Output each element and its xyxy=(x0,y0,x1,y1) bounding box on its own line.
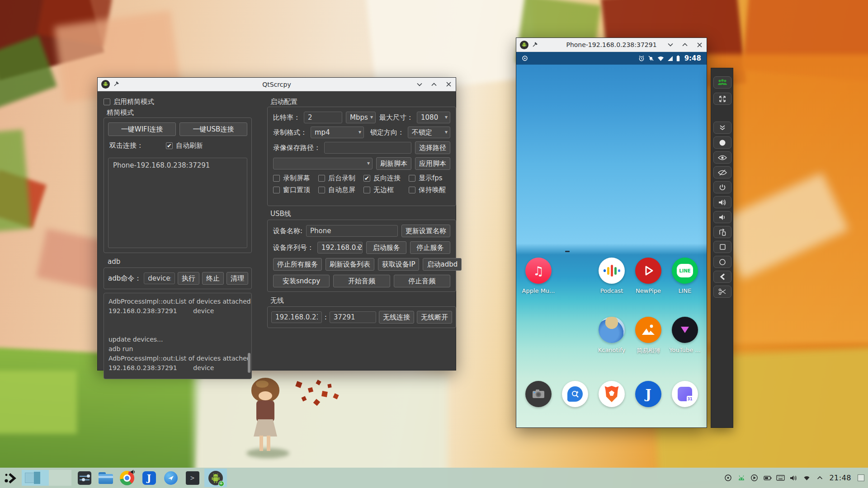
screen-off-button[interactable] xyxy=(713,166,731,178)
keyboard-tray-icon[interactable] xyxy=(774,468,787,488)
bitrate-unit-combo[interactable]: Mbps xyxy=(346,112,376,123)
google-podcasts-icon[interactable] xyxy=(599,258,625,284)
android-tray-icon[interactable] xyxy=(735,468,748,488)
refresh-script-button[interactable]: 刷新脚本 xyxy=(376,157,411,170)
volume-tray-icon[interactable] xyxy=(787,468,800,488)
record-path-input[interactable] xyxy=(324,142,411,154)
screen-on-button[interactable] xyxy=(713,151,731,164)
media-tray-icon[interactable] xyxy=(748,468,761,488)
newpipe-icon[interactable] xyxy=(635,258,661,284)
brave-icon[interactable] xyxy=(599,381,625,407)
wireless-connect-button[interactable]: 无线连接 xyxy=(379,311,414,324)
lock-orientation-combo[interactable]: 不锁定 xyxy=(408,127,450,138)
back-button[interactable] xyxy=(713,271,731,283)
screen-clip-button[interactable] xyxy=(713,286,731,298)
adb-terminate-button[interactable]: 终止 xyxy=(202,272,224,285)
device-list-item[interactable]: Phone-192.168.0.238:37291 xyxy=(108,158,247,173)
blue-app-task-icon[interactable] xyxy=(163,470,178,485)
file-manager-task-icon[interactable] xyxy=(98,470,113,485)
start-menu-button[interactable] xyxy=(3,470,18,485)
auto-screen-off-checkbox[interactable] xyxy=(318,187,325,193)
search-browser-icon[interactable] xyxy=(562,381,588,407)
minimize-button[interactable] xyxy=(667,41,674,48)
apple-music-icon[interactable]: ♫ xyxy=(525,258,552,284)
frameless-option[interactable]: 无边框 xyxy=(363,186,405,194)
virtual-desktop-pager[interactable] xyxy=(22,470,71,486)
close-button[interactable] xyxy=(696,41,703,48)
network-tray-icon[interactable] xyxy=(800,468,813,488)
serial-combo[interactable]: 192.168.0.2: xyxy=(317,242,363,253)
one-key-usb-connect-button[interactable]: 一键USB连接 xyxy=(179,122,247,136)
joplin-icon[interactable]: J xyxy=(635,381,661,407)
gallery-icon[interactable] xyxy=(635,317,661,343)
tray-expand-icon[interactable] xyxy=(813,468,826,488)
minimize-button[interactable] xyxy=(416,81,423,88)
show-fps-checkbox[interactable] xyxy=(409,175,415,182)
line-icon[interactable]: LINE xyxy=(672,258,698,284)
volume-up-button[interactable] xyxy=(713,196,731,208)
max-size-combo[interactable]: 1080 xyxy=(417,112,450,123)
show-desktop-button[interactable] xyxy=(858,474,864,481)
window-on-top-checkbox[interactable] xyxy=(273,187,280,193)
device-name-input[interactable] xyxy=(306,225,398,237)
keep-awake-checkbox[interactable] xyxy=(409,187,415,193)
install-sndcpy-button[interactable]: 安装sndcpy xyxy=(273,275,330,287)
record-screen-option[interactable]: 录制屏幕 xyxy=(273,174,315,183)
close-button[interactable] xyxy=(445,81,452,88)
fullscreen-button[interactable] xyxy=(713,93,731,105)
enable-simple-mode-checkbox[interactable] xyxy=(104,99,110,105)
settings-task-icon[interactable] xyxy=(77,470,92,485)
qtscrcpy-task-icon[interactable]: + xyxy=(208,470,223,485)
calendar-icon[interactable]: 31 xyxy=(672,381,698,407)
one-key-wifi-connect-button[interactable]: 一键WIFI连接 xyxy=(108,122,176,136)
choose-path-button[interactable]: 选择路径 xyxy=(415,141,450,154)
rotate-screen-button[interactable] xyxy=(713,226,731,238)
app-switch-button[interactable] xyxy=(713,241,731,253)
pin-icon[interactable] xyxy=(113,80,119,89)
get-device-ip-button[interactable]: 获取设备IP xyxy=(378,258,419,271)
device-list[interactable]: Phone-192.168.0.238:37291 xyxy=(108,158,247,248)
joplin-task-icon[interactable]: J xyxy=(142,470,156,485)
reverse-connect-checkbox[interactable] xyxy=(363,175,370,182)
adb-clear-button[interactable]: 清理 xyxy=(226,272,248,285)
auto-screen-off-option[interactable]: 自动息屏 xyxy=(318,186,360,194)
maximize-button[interactable] xyxy=(681,41,689,48)
refresh-device-list-button[interactable]: 刷新设备列表 xyxy=(326,258,374,271)
chrome-task-icon[interactable] xyxy=(119,470,134,485)
keep-awake-option[interactable]: 保持唤醒 xyxy=(409,186,450,194)
show-fps-option[interactable]: 显示fps xyxy=(409,174,450,183)
pager-desktop-2[interactable] xyxy=(49,470,71,486)
record-screen-checkbox[interactable] xyxy=(273,175,280,182)
home-button[interactable] xyxy=(713,256,731,268)
camera-icon[interactable] xyxy=(525,381,552,407)
adb-command-input[interactable] xyxy=(144,272,175,284)
record-format-combo[interactable]: mp4 xyxy=(311,127,364,138)
qtscrcpy-titlebar[interactable]: QtScrcpy xyxy=(98,78,456,91)
script-combo[interactable] xyxy=(273,158,373,169)
pager-desktop-1[interactable] xyxy=(22,470,49,486)
pin-icon[interactable] xyxy=(532,41,538,49)
volume-down-button[interactable] xyxy=(713,211,731,223)
stop-service-button[interactable]: 停止服务 xyxy=(410,241,450,254)
expand-notification-button[interactable] xyxy=(713,122,731,134)
stop-audio-button[interactable]: 停止音频 xyxy=(394,275,450,287)
background-record-option[interactable]: 后台录制 xyxy=(318,174,360,183)
stop-all-services-button[interactable]: 停止所有服务 xyxy=(273,258,322,271)
reverse-connect-option[interactable]: 反向连接 xyxy=(363,174,405,183)
wireless-disconnect-button[interactable]: 无线断开 xyxy=(417,311,452,324)
kcanotify-icon[interactable] xyxy=(599,317,625,343)
auto-refresh-checkbox[interactable] xyxy=(166,142,173,149)
display-tray-icon[interactable] xyxy=(722,468,735,488)
taskbar-clock[interactable]: 21:48 xyxy=(829,474,851,482)
adb-log-output[interactable]: AdbProcessImpl::out:List of devices atta… xyxy=(104,293,252,379)
maximize-button[interactable] xyxy=(430,81,438,88)
phone-screen[interactable]: 9:48 ♫ Apple Mu... Podcast NewPipe LINE … xyxy=(516,52,707,427)
youtube-vanced-icon[interactable] xyxy=(672,317,698,343)
bitrate-input[interactable] xyxy=(304,112,342,123)
power-button[interactable] xyxy=(713,181,731,193)
auto-refresh-row[interactable]: 自动刷新 xyxy=(166,141,203,150)
wireless-ip-input[interactable] xyxy=(271,311,322,323)
start-service-button[interactable]: 启动服务 xyxy=(366,241,406,254)
log-scrollbar-thumb[interactable] xyxy=(248,353,250,372)
start-audio-button[interactable]: 开始音频 xyxy=(333,275,390,287)
